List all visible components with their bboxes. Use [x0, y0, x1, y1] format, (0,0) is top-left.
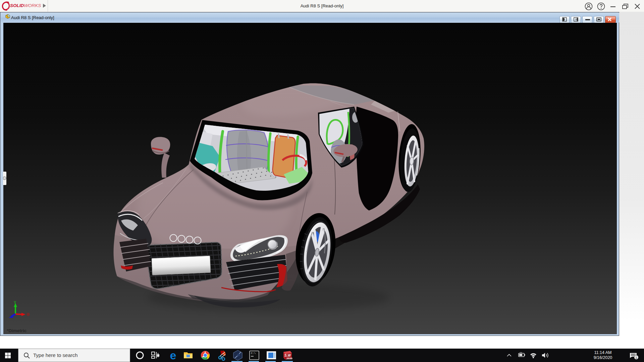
svg-text:Y: Y [14, 300, 16, 304]
svg-text:*Dimetric: *Dimetric [7, 328, 27, 333]
svg-text:2020: 2020 [286, 357, 292, 360]
svg-text:e: e [170, 349, 176, 362]
svg-text:C:\: C:\ [251, 352, 256, 355]
svg-text:1: 1 [635, 356, 637, 359]
